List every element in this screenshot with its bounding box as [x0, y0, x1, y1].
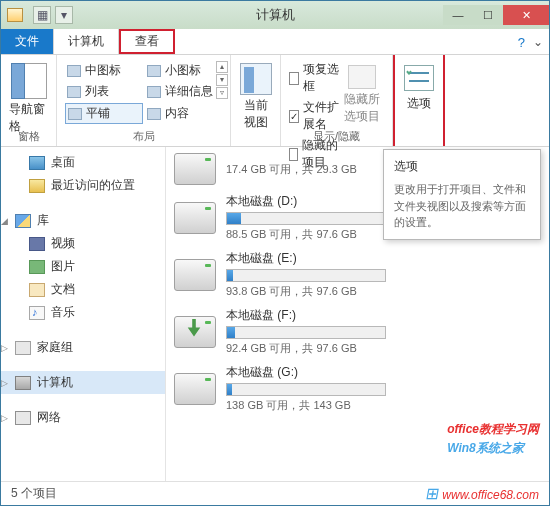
tab-file[interactable]: 文件: [1, 29, 54, 54]
help-icon[interactable]: ?: [518, 35, 525, 50]
app-icon: [7, 8, 23, 22]
maximize-button[interactable]: ☐: [473, 5, 503, 25]
sidebar: 桌面 最近访问的位置 ◢库 视频 图片 文档 音乐 ▷家庭组 ▷计算机 ▷网络: [1, 147, 166, 481]
qat-properties[interactable]: ▦: [33, 6, 51, 24]
layout-scroll-up[interactable]: ▴: [216, 61, 228, 73]
ribbon-group-options: 选项: [393, 55, 445, 146]
sidebar-item-music[interactable]: 音乐: [1, 301, 165, 324]
drive-icon: [174, 259, 216, 291]
status-item-count: 5 个项目: [11, 485, 57, 502]
layout-expand[interactable]: ▿: [216, 87, 228, 99]
drive-item[interactable]: 本地磁盘 (G:) 138 GB 可用，共 143 GB: [166, 360, 549, 417]
homegroup-icon: [15, 341, 31, 355]
sidebar-item-libraries[interactable]: ◢库: [1, 209, 165, 232]
layout-list[interactable]: 列表: [65, 82, 143, 101]
hide-icon: [348, 65, 376, 89]
titlebar: ▦ ▾ 计算机 ― ☐ ✕: [1, 1, 549, 29]
statusbar: 5 个项目 ⊞ www.office68.com: [1, 481, 549, 505]
layout-medium-icons[interactable]: 中图标: [65, 61, 143, 80]
ribbon-group-layout: 中图标 小图标 列表 详细信息 平铺 内容 ▴ ▾ ▿ 布局: [57, 55, 231, 146]
library-icon: [15, 214, 31, 228]
sidebar-item-recent[interactable]: 最近访问的位置: [1, 174, 165, 197]
sidebar-item-videos[interactable]: 视频: [1, 232, 165, 255]
capacity-bar: [226, 212, 386, 225]
drive-download-icon: [174, 316, 216, 348]
sidebar-item-pictures[interactable]: 图片: [1, 255, 165, 278]
chevron-down-icon[interactable]: ◢: [1, 216, 8, 226]
capacity-bar: [226, 383, 386, 396]
sidebar-item-computer[interactable]: ▷计算机: [1, 371, 165, 394]
drive-icon: [174, 202, 216, 234]
tab-view[interactable]: 查看: [119, 29, 175, 54]
layout-tiles[interactable]: 平铺: [65, 103, 143, 124]
ribbon-tabs: 文件 计算机 查看 ? ⌄: [1, 29, 549, 55]
sidebar-item-desktop[interactable]: 桌面: [1, 151, 165, 174]
video-icon: [29, 237, 45, 251]
chevron-right-icon[interactable]: ▷: [1, 413, 8, 423]
sidebar-item-documents[interactable]: 文档: [1, 278, 165, 301]
computer-icon: [15, 376, 31, 390]
layout-small-icons[interactable]: 小图标: [145, 61, 223, 80]
collapse-ribbon-icon[interactable]: ⌄: [533, 35, 543, 49]
qat-dropdown[interactable]: ▾: [55, 6, 73, 24]
recent-icon: [29, 179, 45, 193]
document-icon: [29, 283, 45, 297]
picture-icon: [29, 260, 45, 274]
sidebar-item-homegroup[interactable]: ▷家庭组: [1, 336, 165, 359]
window-title: 计算机: [256, 6, 295, 24]
music-icon: [29, 306, 45, 320]
capacity-bar: [226, 269, 386, 282]
close-button[interactable]: ✕: [503, 5, 549, 25]
ribbon-group-panes: 导航窗格 窗格: [1, 55, 57, 146]
chevron-right-icon[interactable]: ▷: [1, 378, 8, 388]
options-label[interactable]: 选项: [407, 95, 431, 112]
ribbon-group-show-hide: 项复选框 ✓文件扩展名 隐藏的项目 隐藏所选项目 显示/隐藏: [281, 55, 393, 146]
ribbon: 导航窗格 窗格 中图标 小图标 列表 详细信息 平铺 内容 ▴ ▾ ▿ 布局 当…: [1, 55, 549, 147]
minimize-button[interactable]: ―: [443, 5, 473, 25]
options-icon[interactable]: [404, 65, 434, 91]
drive-item[interactable]: 本地磁盘 (F:) 92.4 GB 可用，共 97.6 GB: [166, 303, 549, 360]
chevron-right-icon[interactable]: ▷: [1, 343, 8, 353]
drive-icon: [174, 153, 216, 185]
desktop-icon: [29, 156, 45, 170]
drive-item[interactable]: 本地磁盘 (E:) 93.8 GB 可用，共 97.6 GB: [166, 246, 549, 303]
capacity-bar: [226, 326, 386, 339]
layout-scroll-down[interactable]: ▾: [216, 74, 228, 86]
watermark: office教程学习网 Win8系统之家: [447, 419, 539, 457]
sidebar-item-network[interactable]: ▷网络: [1, 406, 165, 429]
nav-pane-icon[interactable]: [11, 63, 47, 99]
ribbon-group-current-view: 当前视图: [231, 55, 281, 146]
windows-logo-icon: ⊞: [424, 484, 440, 503]
check-item-checkboxes[interactable]: 项复选框: [289, 59, 340, 97]
network-icon: [15, 411, 31, 425]
tab-computer[interactable]: 计算机: [54, 29, 119, 54]
drive-icon: [174, 373, 216, 405]
layout-content[interactable]: 内容: [145, 103, 223, 124]
current-view-icon[interactable]: [240, 63, 272, 95]
options-tooltip: 选项 更改用于打开项目、文件和文件夹视图以及搜索等方面的设置。: [383, 149, 541, 240]
layout-details[interactable]: 详细信息: [145, 82, 223, 101]
